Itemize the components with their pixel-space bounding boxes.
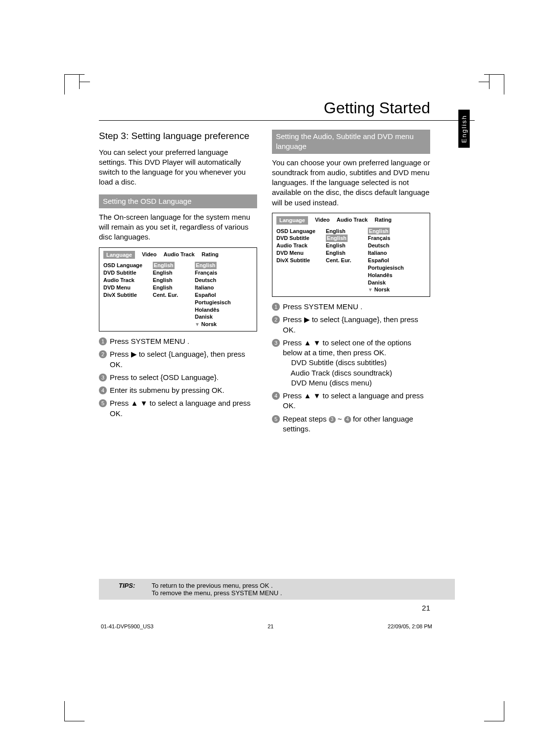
step-badge: 1: [99, 337, 107, 345]
menu-option: Français: [368, 235, 426, 242]
step-text: Press SYSTEM MENU .: [283, 302, 430, 312]
page-content: English Getting Started Step 3: Setting …: [99, 99, 475, 437]
step-text: Press SYSTEM MENU .: [110, 336, 257, 346]
step-badge: 3: [272, 339, 280, 347]
step-text: Repeat steps 3 ~ 4 for other language se…: [283, 414, 430, 434]
intro-text: You can select your preferred language s…: [99, 147, 257, 188]
tips-line: To remove the menu, press SYSTEM MENU .: [152, 589, 282, 597]
menu-tab: Language: [103, 251, 135, 259]
scroll-down-icon: ▼: [368, 287, 373, 292]
menu-row-label: DivX Subtitle: [103, 291, 148, 299]
step-badge: 2: [272, 316, 280, 324]
menu-row-val: English: [153, 269, 190, 277]
step-text: Enter its submenu by pressing OK.: [110, 385, 257, 395]
menu-option: Español: [368, 257, 426, 264]
menu-row-label: DVD Menu: [103, 284, 148, 291]
osd-menu-screenshot: Language Video Audio Track Rating OSD La…: [99, 247, 257, 331]
crop-mark-br: [484, 701, 504, 721]
reg-mark-tr: [479, 74, 490, 89]
menu-row-label: Audio Track: [276, 242, 321, 249]
menu-tab: Audio Track: [337, 216, 368, 225]
menu-row-val: Cent. Eur.: [153, 291, 190, 299]
menu-tab: Language: [276, 216, 308, 225]
menu-row-label: DVD Subtitle: [103, 269, 148, 277]
menu-option: Norsk: [201, 321, 217, 327]
audio-intro: You can choose your own preferred langua…: [272, 158, 430, 208]
page-title: Getting Started: [99, 99, 475, 121]
step-text: Press ▲ ▼ to select one of the options b…: [283, 338, 430, 388]
step-text: Press ▶ to select {Language}, then press…: [110, 349, 257, 370]
menu-option: English: [195, 262, 217, 269]
step-text: Press ▲ ▼ to select a language and press…: [283, 391, 430, 411]
menu-option: Danisk: [368, 279, 426, 286]
tips-bar: TIPS: To return to the previous menu, pr…: [99, 579, 455, 600]
menu-row-val: English: [326, 235, 348, 242]
footer-page: 21: [267, 623, 273, 629]
osd-intro: The On-screen language for the system me…: [99, 212, 257, 242]
left-column: Step 3: Setting language preference You …: [99, 130, 257, 437]
menu-tab: Video: [315, 216, 330, 225]
step-text: Press ▲ ▼ to select a language and press…: [110, 398, 257, 419]
menu-row-val: English: [326, 228, 363, 235]
menu-row-val: English: [153, 277, 190, 284]
footer-bar: 01-41-DVP5900_US3 21 22/09/05, 2:08 PM: [99, 623, 434, 629]
menu-option: Italiano: [368, 249, 426, 257]
step-badge: 3: [99, 374, 107, 381]
reg-mark-tl: [79, 74, 90, 89]
menu-row-val: English: [153, 262, 175, 269]
tips-label: TIPS:: [119, 582, 135, 589]
step-badge: 4: [272, 392, 280, 400]
menu-option: Español: [195, 291, 253, 299]
menu-option: Holandês: [368, 272, 426, 279]
menu-option: Portugiesisch: [195, 299, 253, 306]
menu-tab: Rating: [375, 216, 392, 225]
language-side-tab: English: [458, 110, 470, 148]
menu-row-val: English: [326, 249, 363, 257]
menu-tab: Rating: [202, 251, 219, 259]
crop-mark-bl: [64, 701, 85, 721]
step-badge: 1: [272, 303, 280, 311]
menu-option: Portugiesisch: [368, 264, 426, 272]
osd-heading: Setting the OSD Language: [99, 194, 257, 208]
menu-option: Holandês: [195, 306, 253, 314]
menu-tab: Audio Track: [164, 251, 195, 259]
menu-row-label: DVD Subtitle: [276, 235, 321, 242]
menu-option: Deutsch: [368, 242, 426, 249]
menu-row-val: English: [326, 242, 363, 249]
footer-date: 22/09/05, 2:08 PM: [388, 623, 432, 629]
step-text: Press ▶ to select {Language}, then press…: [283, 315, 430, 335]
menu-option: Italiano: [195, 284, 253, 291]
page-number: 21: [422, 604, 430, 612]
menu-row-val: English: [153, 284, 190, 291]
step-badge: 5: [99, 399, 107, 407]
menu-row-label: DivX Subtitle: [276, 257, 321, 264]
audio-heading: Setting the Audio, Subtitle and DVD menu…: [272, 130, 430, 154]
step-text: Press to select {OSD Language}.: [110, 373, 257, 382]
step-badge: 4: [99, 386, 107, 394]
menu-option: Danisk: [195, 313, 253, 321]
step-badge: 2: [99, 350, 107, 358]
step3-heading: Step 3: Setting language preference: [99, 130, 257, 142]
menu-row-label: Audio Track: [103, 277, 148, 284]
right-column: Setting the Audio, Subtitle and DVD menu…: [272, 130, 430, 437]
menu-row-label: DVD Menu: [276, 249, 321, 257]
menu-row-val: Cent. Eur.: [326, 257, 363, 264]
tips-line: To return to the previous menu, press OK…: [152, 582, 273, 589]
menu-option: English: [368, 228, 390, 235]
scroll-down-icon: ▼: [195, 322, 200, 327]
menu-row-label: OSD Language: [103, 262, 148, 269]
audio-menu-screenshot: Language Video Audio Track Rating OSD La…: [272, 213, 430, 297]
menu-tab: Video: [142, 251, 157, 259]
menu-option: Norsk: [374, 286, 390, 292]
step-badge: 5: [272, 415, 280, 423]
menu-option: Français: [195, 269, 253, 277]
menu-option: Deutsch: [195, 277, 253, 284]
menu-row-label: OSD Language: [276, 228, 321, 235]
footer-file: 01-41-DVP5900_US3: [101, 623, 153, 629]
